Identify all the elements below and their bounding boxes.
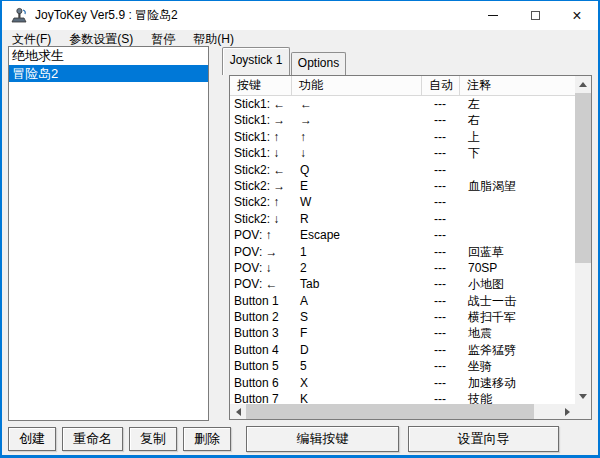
- function-cell: ↓: [292, 145, 422, 161]
- table-row[interactable]: Button 3 F --- 地震: [230, 325, 575, 341]
- auto-cell: ---: [422, 358, 460, 374]
- table-row[interactable]: Stick2: ← Q ---: [230, 162, 575, 178]
- key-cell: Button 6: [230, 375, 292, 391]
- function-cell: Tab: [292, 276, 422, 292]
- copy-button[interactable]: 复制: [129, 427, 177, 451]
- auto-cell: ---: [422, 112, 460, 128]
- maximize-button[interactable]: [514, 1, 556, 30]
- table-row[interactable]: Stick1: ↓ ↓ --- 下: [230, 145, 575, 161]
- setup-wizard-button[interactable]: 设置向导: [408, 426, 559, 452]
- function-cell: 5: [292, 358, 422, 374]
- table-row[interactable]: Stick2: ↑ W ---: [230, 194, 575, 210]
- key-cell: Button 2: [230, 309, 292, 325]
- table-row[interactable]: Button 4 D --- 监斧猛劈: [230, 342, 575, 358]
- app-window: JoyToKey Ver5.9 : 冒险岛2 × 文件(F) 参数设置(S) 暂…: [0, 0, 600, 458]
- scroll-down-button[interactable]: [575, 388, 591, 404]
- table-row[interactable]: Button 1 A --- 战士一击: [230, 293, 575, 309]
- auto-cell: ---: [422, 342, 460, 358]
- function-cell: X: [292, 375, 422, 391]
- function-cell: R: [292, 211, 422, 227]
- function-cell: 1: [292, 244, 422, 260]
- delete-button[interactable]: 删除: [183, 427, 231, 451]
- auto-cell: ---: [422, 129, 460, 145]
- key-cell: Button 4: [230, 342, 292, 358]
- arrow-left-icon: [236, 408, 241, 416]
- table-row[interactable]: Stick2: → E --- 血脂渴望: [230, 178, 575, 194]
- auto-cell: ---: [422, 244, 460, 260]
- comment-cell: [460, 227, 575, 243]
- table-body: Stick1: ← ← --- 左 Stick1: → → --- 右 Stic…: [230, 96, 575, 404]
- table-row[interactable]: POV: ↑ Escape ---: [230, 227, 575, 243]
- key-cell: POV: ↑: [230, 227, 292, 243]
- function-cell: Q: [292, 162, 422, 178]
- table-row[interactable]: POV: ↓ 2 --- 70SP: [230, 260, 575, 276]
- table-row[interactable]: Stick2: ↓ R ---: [230, 211, 575, 227]
- column-header-comment[interactable]: 注释: [460, 76, 575, 95]
- table-row[interactable]: Button 7 K --- 技能: [230, 391, 575, 404]
- comment-cell: 上: [460, 129, 575, 145]
- table-row[interactable]: Button 5 5 --- 坐骑: [230, 358, 575, 374]
- table-row[interactable]: Stick1: ↑ ↑ --- 上: [230, 129, 575, 145]
- comment-cell: 血脂渴望: [460, 178, 575, 194]
- vertical-scrollbar-thumb[interactable]: [575, 93, 591, 263]
- table-row[interactable]: POV: → 1 --- 回蓝草: [230, 244, 575, 260]
- minimize-button[interactable]: [472, 1, 514, 30]
- function-cell: W: [292, 194, 422, 210]
- profile-maplestory2[interactable]: 冒险岛2: [9, 65, 208, 83]
- table-row[interactable]: Stick1: ← ← --- 左: [230, 96, 575, 112]
- arrow-right-icon: [565, 408, 570, 416]
- table-row[interactable]: POV: ← Tab --- 小地图: [230, 276, 575, 292]
- function-cell: →: [292, 112, 422, 128]
- function-cell: A: [292, 293, 422, 309]
- tab-options[interactable]: Options: [291, 52, 346, 75]
- auto-cell: ---: [422, 194, 460, 210]
- minimize-icon: [488, 15, 498, 16]
- key-cell: Stick2: →: [230, 178, 292, 194]
- horizontal-scrollbar-thumb[interactable]: [246, 404, 534, 419]
- comment-cell: [460, 194, 575, 210]
- auto-cell: ---: [422, 276, 460, 292]
- vertical-scrollbar[interactable]: [575, 76, 591, 404]
- table-row[interactable]: Stick1: → → --- 右: [230, 112, 575, 128]
- close-button[interactable]: ×: [556, 1, 598, 30]
- table-row[interactable]: Button 2 S --- 横扫千军: [230, 309, 575, 325]
- comment-cell: 70SP: [460, 260, 575, 276]
- edit-key-button[interactable]: 编辑按键: [246, 426, 399, 452]
- create-button[interactable]: 创建: [8, 427, 56, 451]
- scroll-right-button[interactable]: [559, 404, 575, 419]
- column-header-auto[interactable]: 自动: [422, 76, 460, 95]
- function-cell: F: [292, 325, 422, 341]
- arrow-down-icon: [579, 394, 587, 399]
- comment-cell: 回蓝草: [460, 244, 575, 260]
- function-cell: S: [292, 309, 422, 325]
- key-cell: Stick1: ↑: [230, 129, 292, 145]
- titlebar: JoyToKey Ver5.9 : 冒险岛2 ×: [2, 1, 598, 30]
- comment-cell: 地震: [460, 325, 575, 341]
- comment-cell: [460, 162, 575, 178]
- scroll-up-button[interactable]: [575, 76, 591, 92]
- key-cell: Stick1: ↓: [230, 145, 292, 161]
- window-controls: ×: [472, 1, 598, 30]
- auto-cell: ---: [422, 145, 460, 161]
- tab-joystick-1[interactable]: Joystick 1: [222, 47, 290, 75]
- key-cell: Stick2: ↓: [230, 211, 292, 227]
- joystick-app-icon: [11, 7, 28, 24]
- key-cell: Stick2: ↑: [230, 194, 292, 210]
- column-header-function[interactable]: 功能: [292, 76, 422, 95]
- key-cell: POV: ←: [230, 276, 292, 292]
- maximize-icon: [531, 11, 540, 20]
- column-header-key[interactable]: 按键: [230, 76, 292, 95]
- rename-button[interactable]: 重命名: [62, 427, 123, 451]
- profile-pubg[interactable]: 绝地求生: [9, 47, 208, 65]
- horizontal-scrollbar[interactable]: [230, 404, 575, 419]
- function-cell: Escape: [292, 227, 422, 243]
- key-cell: Button 1: [230, 293, 292, 309]
- comment-cell: 小地图: [460, 276, 575, 292]
- table-header: 按键 功能 自动 注释: [230, 76, 575, 96]
- auto-cell: ---: [422, 375, 460, 391]
- profile-list[interactable]: 绝地求生 冒险岛2: [8, 46, 209, 421]
- table-row[interactable]: Button 6 X --- 加速移动: [230, 375, 575, 391]
- scroll-left-button[interactable]: [230, 404, 246, 419]
- comment-cell: 横扫千军: [460, 309, 575, 325]
- function-cell: ↑: [292, 129, 422, 145]
